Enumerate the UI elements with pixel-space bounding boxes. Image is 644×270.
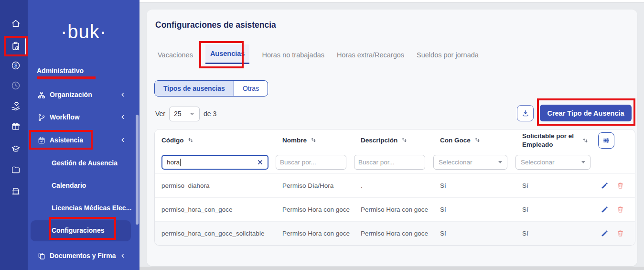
cell-nombre: Permiso Hora con goce xyxy=(276,230,354,237)
segment-otras[interactable]: Otras xyxy=(234,81,268,96)
ausencias-table: Código Nombre Descripción Con Goce Solic… xyxy=(154,129,635,246)
cell-solicitable: Sí xyxy=(515,182,593,189)
company-storefront-icon[interactable] xyxy=(10,185,21,197)
table-row: permiso_hora_con_goce_solicitable Permis… xyxy=(155,221,635,245)
solicitable-filter-select[interactable]: Seleccionar xyxy=(515,155,590,170)
total-label: de 3 xyxy=(204,110,216,118)
sidebar-item-gestion-de-ausencia[interactable]: Gestión de Ausencia xyxy=(28,155,140,172)
home-icon[interactable] xyxy=(10,18,21,29)
page-size-select[interactable]: 25 xyxy=(169,107,200,121)
cell-con-goce: Sí xyxy=(433,182,515,189)
sort-icon[interactable] xyxy=(187,137,194,143)
sidebar-item-calendario[interactable]: Calendario xyxy=(28,177,140,194)
table-row: permiso_hora_con_goce Permiso Hora con g… xyxy=(155,197,635,221)
sidebar-item-configuraciones[interactable]: Configuraciones xyxy=(31,220,131,241)
sidebar-item-documentos-y-firma[interactable]: Documentos y Firma xyxy=(28,248,140,265)
codigo-filter-input[interactable]: hora xyxy=(161,155,268,170)
download-button[interactable] xyxy=(517,105,534,121)
caret-down-icon xyxy=(498,161,502,163)
column-header-solicitable: Solicitable por el Empleado xyxy=(515,132,593,149)
buk-logo[interactable]: ·buk· xyxy=(28,21,140,43)
time-clock-icon[interactable] xyxy=(10,80,21,91)
sort-icon[interactable] xyxy=(401,137,408,143)
column-header-codigo: Código xyxy=(155,136,276,145)
cell-nombre: Permiso Hora con goce xyxy=(276,206,354,213)
cell-codigo: permiso_hora_con_goce_solicitable xyxy=(155,230,276,237)
table-row: permiso_diahora Permiso Día/Hora . Sí Sí xyxy=(155,173,635,197)
edit-pencil-icon[interactable] xyxy=(601,229,609,238)
cell-nombre: Permiso Día/Hora xyxy=(276,182,354,189)
table-filter-row: hora Seleccionar Seleccionar xyxy=(155,151,635,173)
column-header-con-goce: Con Goce xyxy=(433,136,515,145)
cell-solicitable: Sí xyxy=(515,230,593,237)
cell-descripcion: Permiso Hora con goce xyxy=(354,230,433,237)
edit-pencil-icon[interactable] xyxy=(601,182,609,190)
sliders-icon xyxy=(602,136,611,145)
chevron-left-icon xyxy=(119,91,126,98)
sidebar-item-organizacion[interactable]: Organización xyxy=(28,86,140,104)
column-header-nombre: Nombre xyxy=(276,136,354,145)
delete-trash-icon[interactable] xyxy=(616,182,624,190)
download-icon xyxy=(521,109,530,118)
column-header-descripcion: Descripción xyxy=(354,136,433,145)
nombre-filter-input[interactable] xyxy=(276,155,346,170)
content-card: Configuraciones de asistencia Vacaciones… xyxy=(147,10,637,266)
attendance-clipboard-icon[interactable] xyxy=(10,41,21,52)
bottom-edge xyxy=(140,267,644,270)
sort-icon[interactable] xyxy=(310,137,317,143)
segmented-control: Tipos de ausencias Otras xyxy=(154,80,268,97)
create-tipo-ausencia-button[interactable]: Crear Tipo de Ausencia xyxy=(540,105,632,121)
text-cursor xyxy=(180,159,181,166)
page-size-row: Ver 25 de 3 xyxy=(155,106,216,121)
cell-con-goce: Sí xyxy=(433,230,515,237)
tab-bar: Vacaciones Ausencias Horas no trabajadas… xyxy=(158,44,479,64)
cell-solicitable: Sí xyxy=(515,206,593,213)
cell-codigo: permiso_diahora xyxy=(155,182,276,189)
column-settings-button[interactable] xyxy=(598,132,614,149)
sidebar-item-asistencia[interactable]: Asistencia xyxy=(28,132,140,149)
benefits-hand-heart-icon[interactable] xyxy=(10,100,21,112)
clear-filter-icon[interactable] xyxy=(257,159,263,165)
workflow-branch-icon xyxy=(37,113,46,122)
sidebar: ·buk· Administrativo Organización Workfl… xyxy=(28,0,140,270)
edit-pencil-icon[interactable] xyxy=(601,205,609,214)
calendar-check-icon xyxy=(37,136,46,145)
gift-icon[interactable] xyxy=(10,120,21,132)
top-navbar-edge xyxy=(140,0,644,2)
sidebar-scrollbar[interactable] xyxy=(136,115,139,225)
segment-tipos-de-ausencias[interactable]: Tipos de ausencias xyxy=(155,81,234,96)
sidebar-section-label: Administrativo xyxy=(37,67,84,75)
remunerations-icon[interactable]: $ xyxy=(10,60,21,71)
icon-rail: $ xyxy=(0,0,28,270)
page-title: Configuraciones de asistencia xyxy=(155,20,276,30)
chevron-left-icon xyxy=(119,137,126,143)
con-goce-filter-select[interactable]: Seleccionar xyxy=(433,155,507,170)
tab-sueldos-por-jornada[interactable]: Sueldos por jornada xyxy=(417,46,479,64)
cell-con-goce: Sí xyxy=(433,206,515,213)
delete-trash-icon[interactable] xyxy=(616,205,624,214)
sidebar-item-workflow[interactable]: Workflow xyxy=(28,109,140,126)
documents-icon xyxy=(37,252,46,260)
cell-descripcion: Permiso Hora con goce xyxy=(354,206,433,213)
cell-codigo: permiso_hora_con_goce xyxy=(155,206,276,213)
ver-label: Ver xyxy=(155,110,165,118)
sort-icon[interactable] xyxy=(582,137,589,144)
talent-graduation-icon[interactable] xyxy=(10,143,21,154)
tab-vacaciones[interactable]: Vacaciones xyxy=(158,46,193,64)
sort-icon[interactable] xyxy=(474,137,481,143)
org-chart-icon xyxy=(37,91,46,99)
tab-ausencias[interactable]: Ausencias xyxy=(205,44,250,64)
folder-icon[interactable] xyxy=(10,164,21,175)
caret-down-icon xyxy=(581,161,585,163)
descripcion-filter-input[interactable] xyxy=(354,155,425,170)
tab-horas-no-trabajadas[interactable]: Horas no trabajadas xyxy=(262,46,324,64)
cell-descripcion: . xyxy=(354,182,433,189)
delete-trash-icon[interactable] xyxy=(616,229,624,238)
tab-horas-extra-recargos[interactable]: Horas extra/Recargos xyxy=(337,46,404,64)
sidebar-item-licencias-medicas[interactable]: Licencias Médicas Elec... xyxy=(28,200,140,217)
page-size-value: 25 xyxy=(174,110,182,118)
chevron-down-icon xyxy=(189,111,195,117)
chevron-left-icon xyxy=(119,252,126,259)
chevron-left-icon xyxy=(119,114,126,120)
table-header-row: Código Nombre Descripción Con Goce Solic… xyxy=(155,130,635,151)
